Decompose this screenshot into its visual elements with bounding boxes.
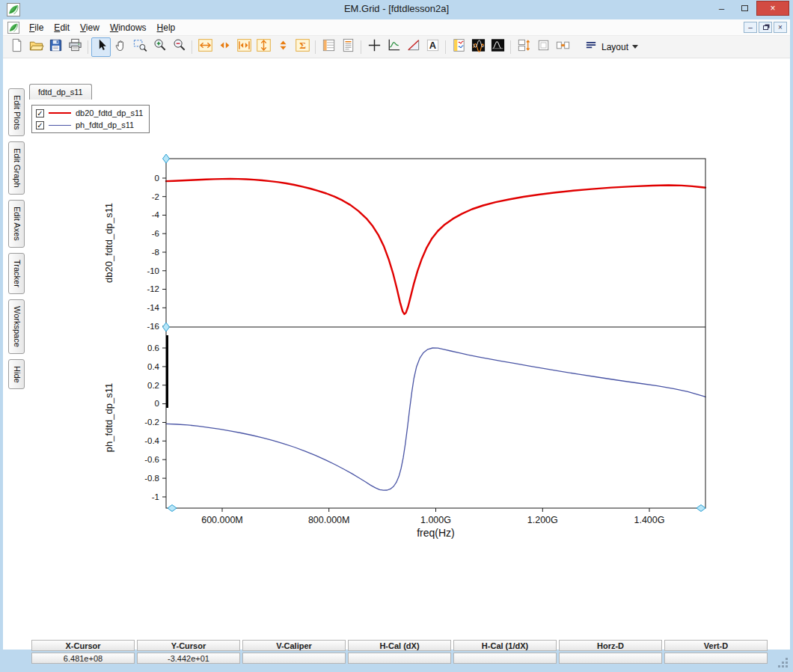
waveform-filter-icon [490, 37, 506, 56]
toolbar-select-arrow-button[interactable] [91, 37, 111, 57]
title-bar: EM.Grid - [fdtdlesson2a] – × [0, 0, 793, 19]
menu-edit[interactable]: Edit [49, 20, 75, 35]
toolbar-separator [189, 39, 195, 55]
toolbar-fit-vertical-button[interactable] [254, 37, 273, 57]
plot-legend: ✓db20_fdtd_dp_s11✓ph_fdtd_dp_s11 [31, 105, 150, 133]
status-header-v-caliper: V-Caliper [242, 640, 346, 651]
toolbar-waveform-fft-button[interactable] [468, 37, 488, 57]
status-bar: X-CursorY-CursorV-CaliperH-Cal (dX)H-Cal… [31, 640, 768, 665]
new-file-icon [9, 37, 25, 56]
close-button[interactable]: × [756, 1, 789, 16]
toolbar-marker-cross-button[interactable] [364, 37, 384, 57]
toolbar-fit-horizontal-button[interactable] [195, 37, 215, 57]
app-window: EM.Grid - [fdtdlesson2a] – × FileEditVie… [0, 0, 793, 672]
layout-box-icon [536, 37, 551, 56]
sidebar-tab-workspace[interactable]: Workspace [8, 299, 25, 354]
toolbar-zoom-region-button[interactable] [130, 37, 150, 57]
resize-grip[interactable] [786, 665, 788, 668]
print-icon [67, 37, 83, 56]
status-value-y-cursor: -3.442e+01 [137, 653, 240, 664]
layout-vertical-box-icon [516, 37, 532, 56]
zoom-out-icon [171, 37, 187, 56]
toolbar-zoom-in-button[interactable] [150, 37, 169, 57]
side-tab-strip: Edit PlotsEdit GraphEdit AxesTrackerWork… [8, 88, 25, 389]
toolbar-pan-hand-button[interactable] [111, 37, 130, 57]
toolbar: ΣA Layout [3, 36, 790, 58]
pan-left-right-icon [217, 37, 233, 56]
legend-item-ph_fdtd_dp_s11[interactable]: ✓ph_fdtd_dp_s11 [36, 120, 143, 129]
window-title: EM.Grid - [fdtdlesson2a] [0, 3, 793, 14]
toolbar-zoom-out-button[interactable] [169, 37, 189, 57]
plot-style-icon [451, 37, 467, 56]
toolbar-save-button[interactable] [46, 37, 65, 57]
marker-cross-icon [367, 37, 382, 56]
sidebar-tab-hide[interactable]: Hide [8, 359, 25, 390]
toolbar-separator [85, 39, 91, 55]
pan-hand-icon [113, 37, 129, 56]
mdi-restore-button[interactable] [759, 22, 772, 33]
menu-view[interactable]: View [75, 20, 105, 35]
toolbar-new-file-button[interactable] [7, 37, 26, 57]
toolbar-pan-left-right-button[interactable] [215, 37, 234, 57]
status-header-y-cursor: Y-Cursor [137, 640, 240, 651]
layout-dropdown[interactable]: Layout [580, 37, 643, 56]
select-arrow-icon [94, 37, 109, 56]
toolbar-plot-style-button[interactable] [449, 37, 468, 57]
toolbar-separator [442, 39, 449, 55]
menu-help[interactable]: Help [152, 20, 181, 35]
toolbar-pan-up-down-button[interactable] [273, 37, 293, 57]
legend-item-db20_fdtd_dp_s11[interactable]: ✓db20_fdtd_dp_s11 [36, 109, 143, 117]
maximize-button[interactable] [733, 1, 756, 16]
limits-horizontal-icon [236, 37, 252, 56]
toolbar-open-file-button[interactable] [26, 37, 46, 57]
status-header-h-cal-1-dx: H-Cal (1/dX) [453, 640, 557, 651]
toolbar-print-button[interactable] [65, 37, 85, 57]
sidebar-tab-tracker[interactable]: Tracker [8, 253, 25, 294]
layout-icon [584, 39, 598, 55]
svg-text:A: A [429, 40, 435, 51]
status-value-vert-d [664, 653, 768, 664]
toolbar-marker-axes-button[interactable] [384, 37, 403, 57]
waveform-fft-icon [471, 37, 486, 56]
sidebar-tab-edit-axes[interactable]: Edit Axes [8, 200, 25, 248]
legend-checkbox[interactable]: ✓ [36, 121, 44, 129]
client-area: FileEditViewWindowsHelp – × ΣA Layout Ed… [3, 19, 790, 650]
toolbar-report-button[interactable] [338, 37, 358, 57]
toolbar-limits-horizontal-button[interactable] [234, 37, 254, 57]
zoom-region-icon [132, 37, 148, 56]
mdi-close-button[interactable]: × [774, 22, 787, 33]
legend-checkbox[interactable]: ✓ [36, 109, 44, 117]
document-tab[interactable]: fdtd_dp_s11 [29, 84, 92, 100]
sidebar-tab-edit-plots[interactable]: Edit Plots [8, 88, 25, 136]
mdi-minimize-button[interactable]: – [744, 22, 757, 33]
fit-horizontal-icon [198, 37, 213, 56]
toolbar-autoscale-sigma-button[interactable]: Σ [293, 37, 312, 57]
legend-label: db20_fdtd_dp_s11 [76, 109, 143, 117]
layout-horizontal-box-icon [555, 37, 571, 56]
toolbar-data-table-button[interactable] [319, 37, 338, 57]
status-header-h-cal-dx: H-Cal (dX) [348, 640, 451, 651]
status-value-x-cursor: 6.481e+08 [31, 653, 135, 664]
toolbar-layout-vertical-box-button[interactable] [514, 37, 533, 57]
svg-text:Σ: Σ [299, 40, 306, 51]
marker-axes-icon [386, 37, 402, 56]
legend-line-sample [49, 125, 71, 126]
legend-label: ph_fdtd_dp_s11 [76, 120, 134, 129]
save-icon [48, 37, 64, 56]
legend-line-sample [49, 112, 71, 114]
toolbar-layout-horizontal-box-button[interactable] [553, 37, 572, 57]
menu-file[interactable]: File [24, 20, 49, 35]
toolbar-layout-box-button[interactable] [533, 37, 553, 57]
status-value-v-caliper [242, 653, 346, 664]
menu-windows[interactable]: Windows [105, 20, 152, 35]
toolbar-waveform-filter-button[interactable] [488, 37, 507, 57]
status-header-x-cursor: X-Cursor [31, 640, 135, 651]
marker-slope-icon [405, 37, 421, 56]
toolbar-separator [507, 39, 514, 55]
sidebar-tab-edit-graph[interactable]: Edit Graph [8, 141, 25, 195]
toolbar-text-annotation-button[interactable]: A [423, 37, 442, 57]
open-file-icon [28, 37, 44, 56]
minimize-button[interactable]: – [710, 1, 733, 16]
toolbar-marker-slope-button[interactable] [403, 37, 423, 57]
document-logo-icon [7, 22, 19, 34]
